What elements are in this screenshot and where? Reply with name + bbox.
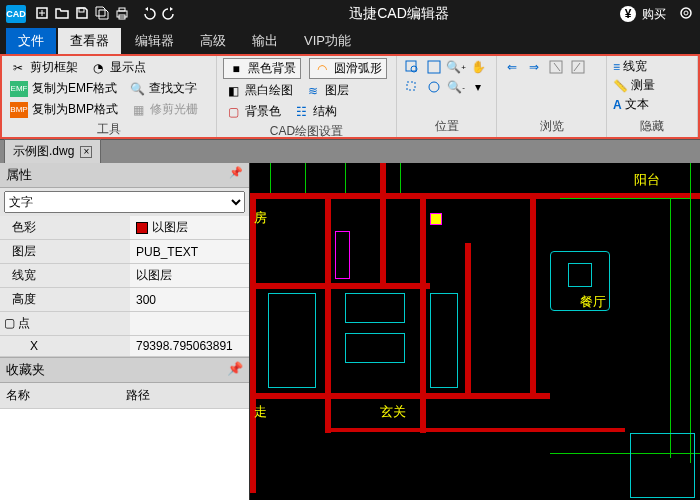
open-icon[interactable] [54, 5, 70, 24]
black-square-icon: ■ [228, 61, 244, 77]
svg-rect-12 [407, 82, 415, 90]
save-icon[interactable] [74, 5, 90, 24]
settings-icon[interactable] [678, 5, 694, 24]
pan-icon[interactable]: ✋ [469, 58, 487, 76]
bw-draw-button[interactable]: ◧黑白绘图 [223, 81, 295, 100]
copy-emf-button[interactable]: EMF复制为EMF格式 [8, 79, 119, 98]
ribbon-tabs: 文件 查看器 编辑器 高级 输出 VIP功能 [0, 28, 700, 54]
smooth-arc-button[interactable]: ◠圆滑弧形 [309, 58, 387, 79]
emf-icon: EMF [10, 81, 28, 97]
drawing-canvas[interactable]: 阳台 房 餐厅 玄关 走 [250, 163, 700, 500]
lines-icon: ≡ [613, 60, 620, 74]
side-panel: 属性 📌 文字 色彩以图层 图层PUB_TEXT 线宽以图层 高度300 ▢ 点… [0, 163, 250, 500]
svg-rect-15 [572, 61, 584, 73]
prop-row-layer[interactable]: 图层PUB_TEXT [0, 240, 249, 264]
zoom-sel-icon[interactable] [403, 78, 421, 96]
favorites-columns: 名称路径 [0, 383, 249, 408]
show-points-button[interactable]: ◔显示点 [88, 58, 148, 77]
scissors-icon: ✂ [10, 60, 26, 76]
object-type-combo[interactable]: 文字 [4, 191, 245, 213]
label-hall: 玄关 [380, 403, 406, 421]
text-button[interactable]: A文本 [613, 96, 691, 113]
svg-rect-5 [119, 8, 125, 11]
bmp-icon: BMP [10, 102, 28, 118]
prop-row-height[interactable]: 高度300 [0, 288, 249, 312]
pin-icon[interactable]: 📌 [227, 361, 243, 379]
main-area: 属性 📌 文字 色彩以图层 图层PUB_TEXT 线宽以图层 高度300 ▢ 点… [0, 163, 700, 500]
favorites-body[interactable] [0, 408, 249, 500]
document-tabs: 示例图.dwg × [0, 139, 700, 163]
linewidth-button[interactable]: ≡线宽 [613, 58, 691, 75]
favorites-header: 收藏夹 📌 [0, 357, 249, 383]
arc-icon: ◠ [314, 61, 330, 77]
title-bar: CAD 迅捷CAD编辑器 ¥ 购买 [0, 0, 700, 28]
black-bg-button[interactable]: ■黑色背景 [223, 58, 301, 79]
svg-rect-11 [428, 61, 440, 73]
label-corridor: 走 [254, 403, 267, 421]
zoom-window-icon[interactable] [403, 58, 421, 76]
tab-editor[interactable]: 编辑器 [123, 28, 186, 54]
bg-color-button[interactable]: ▢背景色 [223, 102, 283, 121]
copy-bmp-button[interactable]: BMP复制为BMP格式 [8, 100, 120, 119]
next-icon[interactable]: ⇒ [525, 58, 543, 76]
search-icon: 🔍 [129, 81, 145, 97]
trim-raster-button[interactable]: ▦修剪光栅 [128, 100, 200, 119]
color-swatch-icon [136, 222, 148, 234]
ribbon: ✂剪切框架 ◔显示点 EMF复制为EMF格式 🔍查找文字 BMP复制为BMP格式… [0, 54, 700, 139]
view-a-icon[interactable] [547, 58, 565, 76]
tab-advanced[interactable]: 高级 [188, 28, 238, 54]
label-dining: 餐厅 [580, 293, 606, 311]
grid-icon: ▦ [130, 102, 146, 118]
document-tab[interactable]: 示例图.dwg × [4, 139, 101, 164]
layer-button[interactable]: ≋图层 [303, 81, 351, 100]
layers-icon: ≋ [305, 83, 321, 99]
saveas-icon[interactable] [94, 5, 110, 24]
buy-button[interactable]: 购买 [642, 6, 666, 23]
ribbon-group-tools: ✂剪切框架 ◔显示点 EMF复制为EMF格式 🔍查找文字 BMP复制为BMP格式… [2, 56, 217, 137]
clip-frame-button[interactable]: ✂剪切框架 [8, 58, 80, 77]
app-logo-icon: CAD [6, 5, 26, 23]
svg-rect-14 [550, 61, 562, 73]
document-name: 示例图.dwg [13, 143, 74, 160]
prop-row-lineweight[interactable]: 线宽以图层 [0, 264, 249, 288]
undo-redo [140, 5, 178, 24]
tab-vip[interactable]: VIP功能 [292, 28, 363, 54]
zoom-in-icon[interactable]: 🔍+ [447, 58, 465, 76]
view-b-icon[interactable] [569, 58, 587, 76]
tab-output[interactable]: 输出 [240, 28, 290, 54]
selection-marker-icon [430, 213, 442, 225]
redo-icon[interactable] [162, 5, 178, 24]
ribbon-group-hide: ≡线宽 📏测量 A文本 隐藏 [607, 56, 698, 137]
ribbon-group-position: 🔍+ ✋ 🔍- ▾ 位置 [397, 56, 497, 137]
palette-icon: ▢ [225, 104, 241, 120]
svg-point-7 [681, 8, 691, 18]
tab-viewer[interactable]: 查看器 [58, 28, 121, 54]
text-icon: A [613, 98, 622, 112]
label-room: 房 [254, 209, 267, 227]
prev-icon[interactable]: ⇐ [503, 58, 521, 76]
label-balcony: 阳台 [634, 171, 660, 189]
prop-row-color[interactable]: 色彩以图层 [0, 216, 249, 240]
coin-icon[interactable]: ¥ [620, 6, 636, 22]
zoom-extents-icon[interactable] [425, 58, 443, 76]
app-title: 迅捷CAD编辑器 [178, 5, 620, 23]
zoom-drop-icon[interactable]: ▾ [469, 78, 487, 96]
find-text-button[interactable]: 🔍查找文字 [127, 79, 199, 98]
prop-row-x[interactable]: X79398.795063891 [0, 336, 249, 357]
print-icon[interactable] [114, 5, 130, 24]
measure-button[interactable]: 📏测量 [613, 77, 691, 94]
clock-icon: ◔ [90, 60, 106, 76]
tab-file[interactable]: 文件 [6, 28, 56, 54]
zoom-all-icon[interactable] [425, 78, 443, 96]
structure-button[interactable]: ☷结构 [291, 102, 339, 121]
ruler-icon: 📏 [613, 79, 628, 93]
close-tab-icon[interactable]: × [80, 146, 92, 158]
new-icon[interactable] [34, 5, 50, 24]
zoom-out-icon[interactable]: 🔍- [447, 78, 465, 96]
tree-icon: ☷ [293, 104, 309, 120]
undo-icon[interactable] [140, 5, 156, 24]
prop-section-point[interactable]: ▢ 点 [0, 312, 249, 336]
pin-icon[interactable]: 📌 [229, 166, 243, 184]
quick-access-toolbar [34, 5, 130, 24]
properties-header: 属性 📌 [0, 163, 249, 188]
